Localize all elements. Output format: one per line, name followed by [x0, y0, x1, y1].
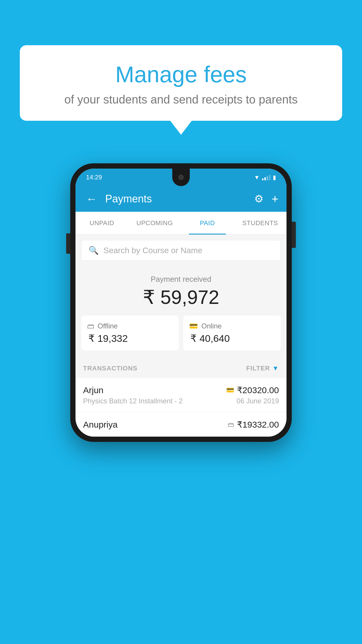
tabs-bar: UNPAID UPCOMING PAID STUDENTS	[75, 212, 287, 235]
transaction-row-1-top: Arjun 💳 ₹20320.00	[83, 385, 279, 395]
transaction-amount-wrap-1: 💳 ₹20320.00	[226, 385, 279, 395]
battery-icon: ▮	[273, 174, 276, 181]
online-card-header: 💳 Online	[189, 322, 222, 330]
offline-payment-icon-2: 🗃	[228, 421, 234, 428]
speech-bubble: Manage fees of your students and send re…	[20, 45, 342, 121]
transaction-row-1-bottom: Physics Batch 12 Installment - 2 06 June…	[83, 397, 279, 405]
transactions-header: TRANSACTIONS FILTER ▼	[75, 359, 287, 378]
filter-icon: ▼	[272, 365, 279, 372]
speech-bubble-title: Manage fees	[37, 61, 325, 88]
payment-received-amount: ₹ 59,972	[81, 286, 281, 309]
transaction-name-1: Arjun	[83, 385, 103, 395]
search-container: 🔍 Search by Course or Name	[75, 235, 287, 266]
signal-icon	[262, 174, 270, 180]
transaction-row-2[interactable]: Anupriya 🗃 ₹19332.00	[75, 412, 287, 437]
app-header: ← Payments ⚙ +	[75, 186, 287, 212]
notch	[172, 169, 190, 186]
tab-students[interactable]: STUDENTS	[234, 212, 287, 235]
search-placeholder-text: Search by Course or Name	[103, 246, 202, 255]
status-icons: ▼ ▮	[254, 174, 276, 181]
offline-icon: 🗃	[87, 322, 94, 330]
tab-paid[interactable]: PAID	[181, 212, 234, 235]
online-amount: ₹ 40,640	[189, 332, 230, 344]
page-title: Payments	[105, 193, 248, 205]
transaction-name-2: Anupriya	[83, 420, 117, 430]
online-label: Online	[201, 322, 222, 330]
offline-card: 🗃 Offline ₹ 19,332	[81, 316, 179, 351]
transaction-row-1[interactable]: Arjun 💳 ₹20320.00 Physics Batch 12 Insta…	[75, 378, 287, 412]
transaction-desc-1: Physics Batch 12 Installment - 2	[83, 397, 182, 405]
status-time: 14:29	[86, 174, 102, 181]
phone-inner: 14:29 ▼ ▮ ← Payments ⚙ +	[75, 169, 287, 437]
tab-unpaid[interactable]: UNPAID	[75, 212, 128, 235]
settings-button[interactable]: ⚙	[254, 193, 263, 205]
back-button[interactable]: ←	[84, 190, 99, 208]
online-payment-icon-1: 💳	[226, 386, 234, 394]
transaction-amount-wrap-2: 🗃 ₹19332.00	[228, 419, 279, 430]
offline-card-header: 🗃 Offline	[87, 322, 118, 330]
offline-label: Offline	[98, 322, 118, 330]
filter-button[interactable]: FILTER ▼	[246, 365, 279, 372]
online-icon: 💳	[189, 322, 198, 330]
filter-label: FILTER	[246, 365, 270, 372]
online-card: 💳 Online ₹ 40,640	[183, 316, 281, 351]
wifi-icon: ▼	[254, 174, 260, 181]
phone-outer: 14:29 ▼ ▮ ← Payments ⚙ +	[70, 163, 292, 442]
search-icon: 🔍	[89, 246, 99, 255]
add-button[interactable]: +	[272, 192, 278, 206]
offline-amount: ₹ 19,332	[87, 332, 128, 344]
payment-cards: 🗃 Offline ₹ 19,332 💳 Online ₹ 40,640	[81, 316, 281, 351]
payment-received-section: Payment received ₹ 59,972 🗃 Offline ₹ 19…	[75, 266, 287, 359]
speech-bubble-subtitle: of your students and send receipts to pa…	[37, 93, 325, 106]
transactions-label: TRANSACTIONS	[83, 365, 138, 372]
transaction-row-2-top: Anupriya 🗃 ₹19332.00	[83, 419, 279, 430]
status-bar: 14:29 ▼ ▮	[75, 169, 287, 186]
transaction-date-1: 06 June 2019	[237, 397, 279, 405]
payment-received-label: Payment received	[81, 275, 281, 284]
camera	[178, 175, 184, 180]
phone-device: 14:29 ▼ ▮ ← Payments ⚙ +	[70, 163, 292, 442]
transaction-amount-2: ₹19332.00	[237, 419, 279, 430]
tab-upcoming[interactable]: UPCOMING	[128, 212, 181, 235]
header-actions: ⚙ +	[254, 192, 278, 206]
search-box[interactable]: 🔍 Search by Course or Name	[81, 240, 281, 261]
transaction-amount-1: ₹20320.00	[237, 385, 279, 395]
